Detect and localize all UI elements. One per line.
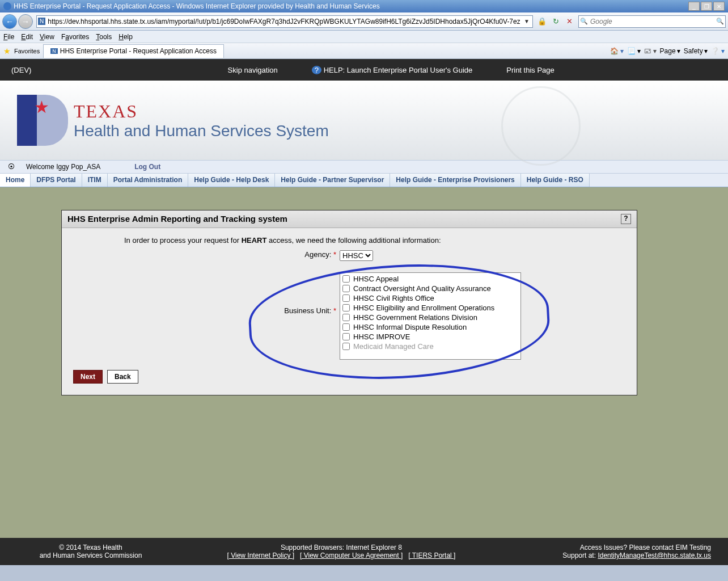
env-label: (DEV) — [11, 66, 31, 74]
list-item[interactable]: HHSC Eligibility and Enrollment Operatio… — [341, 303, 519, 313]
tab-dfps[interactable]: DFPS Portal — [31, 174, 82, 187]
list-item[interactable]: HHSC Appeal — [341, 274, 519, 284]
bu-checkbox[interactable] — [342, 285, 350, 292]
portal-topbar: (DEV) Skip navigation ? HELP: Launch Ent… — [0, 59, 728, 81]
form-panel: HHS Enterprise Admin Reporting and Track… — [61, 210, 637, 395]
tab-rso[interactable]: Help Guide - RSO — [521, 174, 590, 187]
browser-nav-row: ← → N ▼ 🔒 ↻ ✕ 🔍 🔍 — [0, 12, 728, 31]
agency-label: Agency: — [304, 250, 331, 259]
page-footer: © 2014 Texas Health and Human Services C… — [0, 538, 728, 565]
texas-logo-icon: ★ — [17, 95, 68, 146]
minimize-button[interactable]: _ — [688, 2, 700, 11]
business-unit-label: Business Unit: — [284, 306, 331, 315]
forward-button[interactable]: → — [18, 14, 33, 29]
bu-checkbox[interactable] — [342, 304, 350, 311]
back-button[interactable]: ← — [2, 14, 17, 29]
page-menu[interactable]: Page ▾ — [660, 47, 680, 55]
intro-text: In order to process your request for HEA… — [124, 236, 625, 245]
bu-checkbox[interactable] — [342, 323, 350, 331]
bu-checkbox[interactable] — [342, 314, 350, 321]
search-box[interactable]: 🔍 🔍 — [578, 15, 726, 28]
favorites-row: ★ Favorites N HHS Enterprise Portal - Re… — [0, 43, 728, 59]
favorites-label[interactable]: Favorites — [14, 48, 40, 54]
collapse-icon[interactable]: ⦿ — [8, 163, 15, 171]
site-icon: N — [38, 18, 45, 25]
bu-checkbox[interactable] — [342, 333, 350, 340]
menu-bar: File Edit View Favorites Tools Help — [0, 31, 728, 43]
supported-browsers: Supported Browsers: Internet Explorer 8 — [227, 544, 456, 551]
menu-help[interactable]: Help — [118, 33, 133, 41]
print-icon[interactable]: 🖃 ▾ — [644, 47, 656, 55]
brand-subtitle: Health and Human Services System — [74, 122, 329, 140]
help-icon: ? — [312, 66, 321, 74]
nav-tabs: Home DFPS Portal ITIM Portal Administrat… — [0, 174, 728, 187]
brand-banner: ★ TEXAS Health and Human Services System — [0, 81, 728, 160]
brand-texas: TEXAS — [74, 101, 329, 122]
refresh-icon[interactable]: ↻ — [549, 15, 562, 28]
bu-checkbox[interactable] — [342, 294, 350, 302]
search-go-icon[interactable]: 🔍 — [716, 18, 724, 25]
favorites-star-icon[interactable]: ★ — [3, 47, 11, 56]
back-button-form[interactable]: Back — [107, 370, 138, 384]
close-button[interactable]: ✕ — [713, 2, 725, 11]
print-page-link[interactable]: Print this Page — [506, 66, 555, 74]
restore-button[interactable]: ❐ — [701, 2, 712, 11]
menu-favorites[interactable]: Favorites — [61, 33, 89, 41]
tiers-portal-link[interactable]: [ TIERS Portal ] — [408, 551, 455, 559]
safety-menu[interactable]: Safety ▾ — [684, 47, 708, 55]
bu-checkbox[interactable] — [342, 343, 350, 350]
url-dropdown-icon[interactable]: ▼ — [522, 18, 531, 24]
feeds-icon[interactable]: 📃 ▾ — [627, 47, 641, 55]
copyright-line1: © 2014 Texas Health — [17, 544, 164, 551]
menu-file[interactable]: File — [3, 33, 14, 41]
business-unit-list[interactable]: HHSC Appeal Contract Oversight And Quali… — [340, 272, 521, 360]
agency-select[interactable]: HHSC — [340, 250, 373, 261]
tab-title: HHS Enterprise Portal - Request Applicat… — [60, 47, 217, 55]
copyright-line2: and Human Services Commission — [17, 551, 164, 559]
page-content: (DEV) Skip navigation ? HELP: Launch Ent… — [0, 59, 728, 565]
ie-icon — [3, 2, 11, 10]
list-item[interactable]: Medicaid Managed Care — [341, 342, 519, 351]
tab-partner-supervisor[interactable]: Help Guide - Partner Supervisor — [275, 174, 390, 187]
list-item[interactable]: HHSC Civil Rights Office — [341, 293, 519, 303]
skip-nav-link[interactable]: Skip navigation — [228, 66, 278, 74]
tab-help-desk[interactable]: Help Guide - Help Desk — [188, 174, 275, 187]
list-item[interactable]: Contract Oversight And Quality Assurance — [341, 284, 519, 293]
search-provider-icon: 🔍 — [580, 18, 588, 25]
tools-help-icon[interactable]: ❔ ▾ — [711, 47, 725, 55]
home-icon[interactable]: 🏠 ▾ — [610, 47, 624, 55]
state-seal-icon — [501, 86, 581, 166]
panel-title: HHS Enterprise Admin Reporting and Track… — [67, 214, 287, 224]
computer-use-link[interactable]: [ View Computer Use Agreement ] — [300, 551, 403, 559]
browser-tab[interactable]: N HHS Enterprise Portal - Request Applic… — [43, 44, 224, 58]
tab-home[interactable]: Home — [0, 174, 31, 187]
user-row: ⦿ Welcome Iggy Pop_ASA Log Out — [0, 160, 728, 174]
tab-itim[interactable]: ITIM — [82, 174, 108, 187]
search-input[interactable] — [588, 18, 716, 26]
stop-icon[interactable]: ✕ — [563, 15, 575, 28]
list-item[interactable]: HHSC Informal Dispute Resolution — [341, 322, 519, 332]
window-titlebar: HHS Enterprise Portal - Request Applicat… — [0, 0, 728, 12]
tab-enterprise-provisioners[interactable]: Help Guide - Enterprise Provisioners — [390, 174, 520, 187]
menu-view[interactable]: View — [40, 33, 54, 41]
list-item[interactable]: HHSC IMPROVE — [341, 332, 519, 342]
url-input[interactable] — [45, 18, 522, 26]
list-item[interactable]: HHSC Government Relations Division — [341, 313, 519, 322]
welcome-text: Welcome Iggy Pop_ASA — [26, 163, 100, 171]
help-link[interactable]: ? HELP: Launch Enterprise Portal User's … — [312, 66, 472, 74]
tab-portal-admin[interactable]: Portal Administration — [108, 174, 189, 187]
internet-policy-link[interactable]: [ View Internet Policy ] — [227, 551, 295, 559]
panel-help-button[interactable]: ? — [621, 214, 631, 224]
bu-checkbox[interactable] — [342, 275, 350, 283]
support-email-link[interactable]: IdentityManageTest@hhsc.state.tx.us — [598, 551, 711, 559]
logout-link[interactable]: Log Out — [134, 163, 160, 171]
next-button[interactable]: Next — [73, 370, 103, 384]
menu-tools[interactable]: Tools — [96, 33, 112, 41]
tab-favicon: N — [50, 48, 58, 54]
access-issues-text: Access Issues? Please contact EIM Testin… — [518, 544, 711, 551]
menu-edit[interactable]: Edit — [21, 33, 33, 41]
window-title: HHS Enterprise Portal - Request Applicat… — [14, 2, 380, 10]
address-bar[interactable]: N ▼ — [36, 15, 533, 28]
lock-icon: 🔒 — [536, 15, 548, 28]
